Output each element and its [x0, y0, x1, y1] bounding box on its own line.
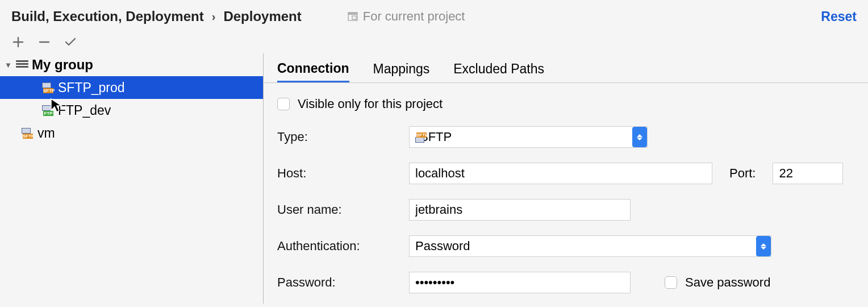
ftp-server-icon: FTP [42, 105, 55, 115]
tree-item-label: SFTP_prod [58, 80, 125, 96]
check-icon[interactable] [64, 35, 77, 49]
breadcrumb-item[interactable]: Build, Execution, Deployment [11, 9, 204, 24]
tree-item-vm[interactable]: SFTP vm [0, 122, 263, 144]
host-label: Host: [277, 166, 409, 181]
deployment-tree: ▼ My group SFTP SFTP_prod FTP [0, 53, 264, 304]
username-input[interactable] [409, 199, 631, 221]
host-input[interactable] [409, 163, 712, 184]
group-icon [16, 60, 28, 70]
add-icon[interactable] [11, 35, 25, 49]
save-password-checkbox[interactable] [665, 276, 677, 289]
breadcrumb-item[interactable]: Deployment [223, 9, 301, 24]
tree-item-ftp-dev[interactable]: FTP FTP_dev [0, 99, 263, 122]
breadcrumb: Build, Execution, Deployment › Deploymen… [11, 9, 302, 24]
svg-rect-2 [352, 16, 356, 19]
tab-mappings[interactable]: Mappings [373, 61, 430, 82]
remove-icon[interactable] [37, 35, 51, 49]
project-scope-label: For current project [363, 9, 465, 24]
tab-excluded-paths[interactable]: Excluded Paths [453, 61, 544, 82]
authentication-select[interactable]: Password [409, 235, 771, 257]
svg-rect-1 [348, 13, 357, 15]
sftp-server-icon: SFTP [22, 128, 34, 138]
port-input[interactable] [773, 163, 843, 184]
tree-item-sftp-prod[interactable]: SFTP SFTP_prod [0, 76, 263, 99]
updown-icon[interactable] [756, 236, 771, 256]
tab-connection[interactable]: Connection [277, 61, 349, 82]
project-scope-indicator: For current project [347, 9, 465, 24]
type-select[interactable]: SFTP SFTP [409, 126, 648, 148]
deployment-tabs: Connection Mappings Excluded Paths [264, 53, 868, 83]
connection-form: Visible only for this project Type: SFTP… [264, 83, 868, 293]
password-input[interactable] [409, 272, 631, 293]
tree-item-label: FTP_dev [58, 103, 111, 118]
authentication-label: Authentication: [277, 239, 409, 254]
type-label: Type: [277, 130, 409, 144]
updown-icon[interactable] [632, 127, 647, 147]
chevron-right-icon: › [210, 10, 218, 23]
tree-group-label: My group [32, 57, 93, 73]
collapse-icon[interactable]: ▼ [5, 61, 12, 69]
visible-only-checkbox[interactable] [277, 98, 290, 110]
save-password-label: Save password [685, 275, 770, 290]
sftp-server-icon: SFTP [42, 82, 55, 93]
password-label: Password: [277, 275, 409, 290]
port-label: Port: [729, 166, 756, 181]
project-scope-icon [347, 11, 358, 22]
reset-button[interactable]: Reset [821, 9, 857, 24]
tree-item-label: vm [37, 126, 55, 141]
deployment-toolbar [0, 28, 868, 53]
tree-group[interactable]: ▼ My group [0, 53, 263, 76]
authentication-value: Password [415, 239, 470, 254]
username-label: User name: [277, 202, 409, 217]
visible-only-label: Visible only for this project [298, 97, 443, 111]
